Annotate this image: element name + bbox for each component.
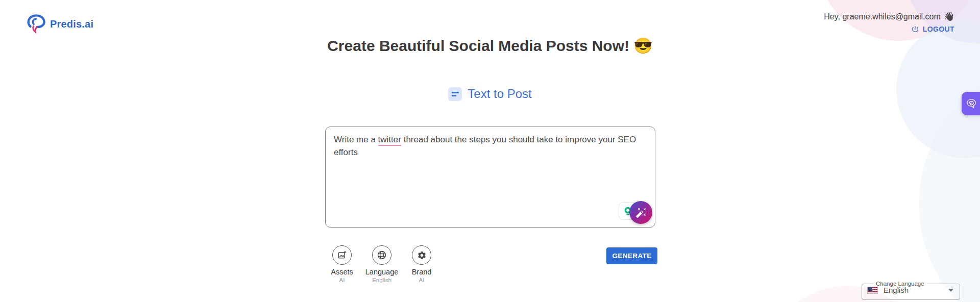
assets-option-button[interactable]: Assets AI [326, 245, 358, 283]
chevron-down-icon [948, 289, 953, 292]
brand-sublabel: AI [419, 277, 425, 283]
account-area: Hey, graeme.whiles@gmail.com 👋 LOGOUT [824, 11, 954, 35]
logout-label: LOGOUT [923, 25, 954, 33]
tab-text-to-post[interactable]: Text to Post [0, 87, 980, 101]
magic-wand-button[interactable] [629, 201, 652, 224]
logout-button[interactable]: LOGOUT [911, 25, 954, 33]
prompt-misspelled-word: twitter [378, 135, 401, 146]
magic-wand-icon [635, 207, 647, 218]
globe-icon [372, 245, 391, 265]
prompt-input[interactable]: Write me a twitter thread about the step… [325, 127, 655, 228]
page-title: Create Beautiful Social Media Posts Now!… [0, 37, 980, 55]
prompt-text-before: Write me a [334, 135, 378, 144]
assets-label: Assets [331, 268, 353, 276]
add-image-icon [332, 245, 352, 265]
short-text-icon [448, 87, 462, 101]
language-sublabel: English [372, 277, 391, 283]
gear-icon [412, 245, 431, 265]
sunglasses-emoji: 😎 [633, 37, 652, 54]
us-flag-icon [867, 287, 878, 294]
generate-button[interactable]: GENERATE [606, 247, 657, 264]
wave-emoji: 👋 [944, 11, 954, 22]
user-greeting: Hey, graeme.whiles@gmail.com 👋 [824, 11, 954, 22]
predis-logo[interactable]: Predis.ai [26, 12, 93, 36]
brain-logo-icon [26, 12, 47, 36]
assets-sublabel: AI [339, 277, 345, 283]
power-icon [911, 25, 919, 33]
greeting-text: Hey, graeme.whiles@gmail.com [824, 12, 940, 21]
page-title-text: Create Beautiful Social Media Posts Now! [327, 37, 629, 54]
brand-label: Brand [412, 268, 432, 276]
change-language-inner: English [867, 286, 954, 294]
language-option-button[interactable]: Language English [365, 245, 398, 283]
brand-option-button[interactable]: Brand AI [405, 245, 438, 283]
language-label: Language [365, 268, 399, 276]
change-language-select[interactable]: Change Language English [862, 281, 960, 300]
brain-outline-icon [965, 97, 978, 110]
options-row: Assets AI Language English Brand AI [326, 245, 438, 283]
predis-assistant-fab[interactable] [962, 92, 980, 115]
prompt-area: Write me a twitter thread about the step… [325, 127, 655, 228]
change-language-value: English [884, 286, 948, 294]
tab-label: Text to Post [468, 87, 531, 101]
brand-name: Predis.ai [50, 18, 93, 30]
